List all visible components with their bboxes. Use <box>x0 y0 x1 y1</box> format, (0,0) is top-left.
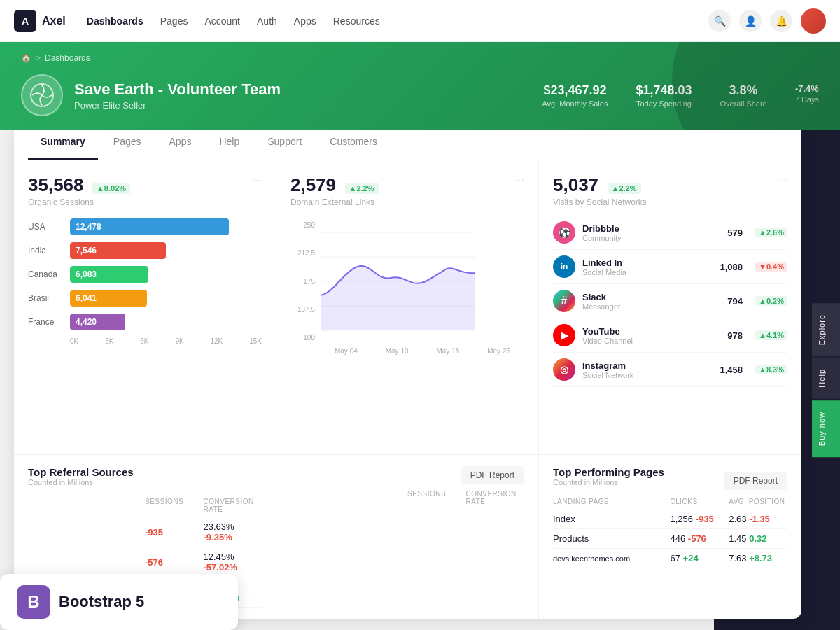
tab-pages[interactable]: Pages <box>101 130 154 160</box>
x-axis: May 04 May 10 May 18 May 26 <box>290 347 524 355</box>
bar-row-france: France 4,420 <box>28 314 262 330</box>
explore-button[interactable]: Explore <box>812 303 840 356</box>
slack-info: Slack Messanger <box>582 292 720 311</box>
bootstrap-watermark: B Bootstrap 5 <box>0 574 238 630</box>
referral-header: SESSIONS CONVERSION RATE <box>28 498 262 513</box>
instagram-info: Instagram Social Network <box>582 360 713 379</box>
nav-link-pages[interactable]: Pages <box>160 15 188 27</box>
tab-apps[interactable]: Apps <box>157 130 204 160</box>
brand-icon: A <box>14 10 36 32</box>
brand[interactable]: A Axel <box>14 10 66 32</box>
tab-customers[interactable]: Customers <box>317 130 390 160</box>
nav-links: Dashboards Pages Account Auth Apps Resou… <box>87 15 708 27</box>
nav-link-apps[interactable]: Apps <box>294 15 316 27</box>
dribbble-icon: ⚽ <box>553 221 575 244</box>
nav-link-account[interactable]: Account <box>204 15 240 27</box>
avatar-image <box>801 8 826 34</box>
dashboard-tabs: Summary Pages Apps Help Support Customer… <box>14 130 802 160</box>
bar-row-canada: Canada 6,083 <box>28 266 262 283</box>
slack-icon: # <box>553 290 575 312</box>
domain-links-more[interactable]: ··· <box>515 174 524 187</box>
bar-axis: 0K 3K 6K 9K 12K 15K <box>28 337 262 345</box>
linkedin-info: Linked In Social Media <box>582 258 713 276</box>
bar-row-india: India 7,546 <box>28 242 262 259</box>
bootstrap-icon: B <box>17 585 50 619</box>
organic-sessions-panel: 35,568 ▲8.02% ··· Organic Sessions USA 1… <box>14 160 276 454</box>
nav-link-dashboards[interactable]: Dashboards <box>87 15 144 27</box>
pages-title: Top Performing Pages <box>553 466 664 478</box>
tab-support[interactable]: Support <box>255 130 314 160</box>
social-visits-more[interactable]: ··· <box>778 174 788 187</box>
bar-chart: USA 12,478 India 7,546 Canad <box>28 218 262 345</box>
social-item-instagram: ◎ Instagram Social Network 1,458 ▲8.3% <box>553 353 788 387</box>
social-item-youtube: ▶ YouTube Video Channel 978 ▲4.1% <box>553 318 788 353</box>
dribbble-info: Dribbble Community <box>582 223 720 242</box>
breadcrumb-current[interactable]: Dashboards <box>45 53 90 63</box>
pages-header: LANDING PAGE CLICKS AVG. POSITION <box>553 498 788 505</box>
tab-summary[interactable]: Summary <box>28 130 98 160</box>
organic-sessions-label: Organic Sessions <box>28 197 262 207</box>
hero-title: Save Earth - Volunteer Team <box>74 80 281 99</box>
referral-sub: Counted in Millions <box>28 478 134 486</box>
organic-sessions-value: 35,568 <box>28 174 84 195</box>
referral-cols: SESSIONS CONVERSION RATE <box>290 490 524 505</box>
pdf-report-button[interactable]: PDF Report <box>461 466 524 484</box>
profile-icon[interactable]: 👤 <box>739 10 762 32</box>
stat-label-sales: Avg. Monthly Sales <box>542 99 608 108</box>
top-pages-panel: Top Performing Pages Counted in Millions… <box>539 455 802 619</box>
referral-title: Top Referral Sources <box>28 466 134 478</box>
domain-links-value: 2,579 <box>290 174 336 195</box>
organic-sessions-badge: ▲8.02% <box>92 183 130 194</box>
pages-sub: Counted in Millions <box>553 478 664 486</box>
buy-now-button[interactable]: Buy now <box>812 400 840 457</box>
social-visits-value: 5,037 <box>553 174 598 195</box>
avatar[interactable] <box>801 8 826 34</box>
social-item-slack: # Slack Messanger 794 ▲0.2% <box>553 284 788 318</box>
table-row: devs.keenthemes.com 67 +24 7.63 +8.73 <box>553 549 788 568</box>
social-visits-badge: ▲2.2% <box>608 183 641 194</box>
table-row: Index 1,256 -935 2.63 -1.35 <box>553 510 788 529</box>
bar-row-usa: USA 12,478 <box>28 218 262 235</box>
nav-right: 🔍 👤 🔔 <box>708 8 826 34</box>
y-axis: 250 212.5 175 137.5 100 <box>290 218 315 344</box>
youtube-icon: ▶ <box>553 324 575 346</box>
domain-links-label: Domain External Links <box>290 197 524 207</box>
nav-link-resources[interactable]: Resources <box>333 15 380 27</box>
table-row: -935 23.63% -9.35% <box>28 517 262 547</box>
hero-section: 🏠 > Dashboards Save Earth - Volunteer Te… <box>0 42 840 130</box>
tab-help[interactable]: Help <box>206 130 252 160</box>
table-row: Products 446 -576 1.45 0.32 <box>553 529 788 549</box>
hero-subtitle: Power Elite Seller <box>74 100 281 111</box>
social-item-dribbble: ⚽ Dribbble Community 579 ▲2.6% <box>553 216 788 250</box>
domain-links-panel: 2,579 ▲2.2% ··· Domain External Links 25… <box>276 160 539 454</box>
hero-logo <box>21 74 63 116</box>
pdf-report-panel: PDF Report SESSIONS CONVERSION RATE <box>276 455 539 619</box>
hero-bg-decoration <box>672 42 840 130</box>
line-chart: 250 212.5 175 137.5 100 <box>290 218 524 355</box>
brand-name: Axel <box>42 15 66 27</box>
line-chart-svg <box>321 218 475 344</box>
linkedin-icon: in <box>553 255 575 278</box>
navbar: A Axel Dashboards Pages Account Auth App… <box>0 0 840 42</box>
table-row: -576 12.45% -57.02% <box>28 547 262 578</box>
hero-text: Save Earth - Volunteer Team Power Elite … <box>74 80 281 111</box>
dashboard-card: Summary Pages Apps Help Support Customer… <box>14 130 802 619</box>
organic-sessions-more[interactable]: ··· <box>253 174 262 187</box>
social-list: ⚽ Dribbble Community 579 ▲2.6% in <box>553 216 788 387</box>
instagram-icon: ◎ <box>553 358 575 381</box>
bar-row-brasil: Brasil 6,041 <box>28 290 262 307</box>
domain-links-badge: ▲2.2% <box>345 183 379 194</box>
social-visits-label: Visits by Social Networks <box>553 197 788 207</box>
side-buttons: Explore Help Buy now <box>812 130 840 630</box>
help-button[interactable]: Help <box>812 358 840 399</box>
breadcrumb-separator: > <box>36 53 41 63</box>
youtube-info: YouTube Video Channel <box>582 326 720 345</box>
social-networks-panel: 5,037 ▲2.2% ··· Visits by Social Network… <box>539 160 802 454</box>
watermark-text: Bootstrap 5 <box>59 593 144 611</box>
nav-link-auth[interactable]: Auth <box>257 15 277 27</box>
social-item-linkedin: in Linked In Social Media 1,088 ▼0.4% <box>553 250 788 284</box>
breadcrumb-home[interactable]: 🏠 <box>21 53 31 63</box>
pages-pdf-button[interactable]: PDF Report <box>724 472 788 490</box>
search-icon[interactable]: 🔍 <box>708 10 731 32</box>
notifications-icon[interactable]: 🔔 <box>770 10 792 32</box>
